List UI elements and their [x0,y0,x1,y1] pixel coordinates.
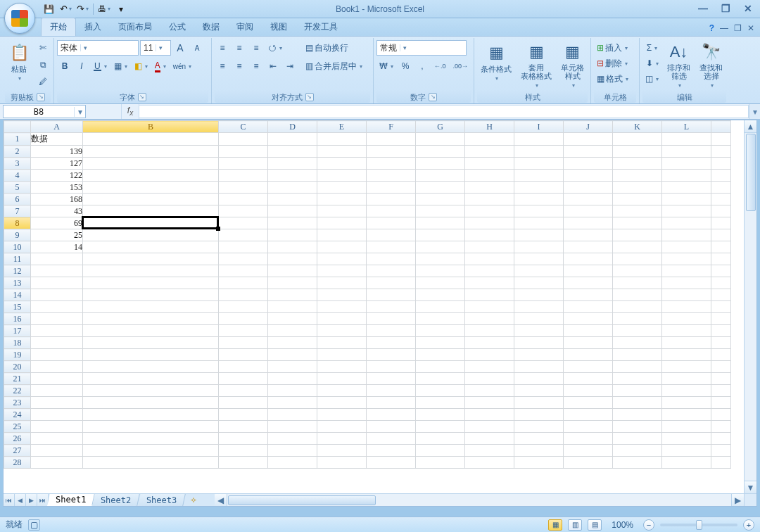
cell-E6[interactable] [317,194,367,205]
cell-H25[interactable] [465,421,514,433]
cell-D21[interactable] [268,373,317,385]
cell-I21[interactable] [514,373,564,385]
cell-D11[interactable] [268,253,317,265]
cell-K25[interactable] [613,421,662,433]
cell-G5[interactable] [416,182,465,194]
cell-A10[interactable]: 14 [31,241,83,253]
cell-D7[interactable] [268,205,317,217]
name-box-dropdown[interactable]: ▾ [74,107,85,117]
phonetic-button[interactable]: wén [170,58,194,74]
cell-J10[interactable] [564,241,613,253]
cell-E24[interactable] [317,409,367,421]
cell-D1[interactable] [268,133,317,146]
comma-style-button[interactable]: , [414,58,430,74]
cell-I28[interactable] [514,457,564,469]
sheet-nav-next[interactable]: ▶ [26,494,37,506]
cell-L2[interactable] [662,146,711,158]
cell-D3[interactable] [268,158,317,170]
cell-F19[interactable] [367,349,416,361]
cell-A5[interactable]: 153 [31,182,83,194]
row-header-21[interactable]: 21 [4,373,31,385]
cell-B17[interactable] [83,325,219,337]
cell-C5[interactable] [219,182,268,194]
decrease-decimal-button[interactable]: .00→ [450,58,471,74]
col-header-E[interactable]: E [317,121,367,133]
cell-C14[interactable] [219,289,268,301]
border-button[interactable]: ▦ [111,58,130,74]
cell-D8[interactable] [268,217,317,229]
cell-C19[interactable] [219,349,268,361]
cell-F3[interactable] [367,158,416,170]
sort-filter-button[interactable]: A↓排序和 筛选 [664,40,694,91]
cell-D25[interactable] [268,421,317,433]
cell-A16[interactable] [31,313,83,325]
zoom-in-button[interactable]: + [743,519,754,531]
cell-E11[interactable] [317,253,367,265]
cell-L1[interactable] [662,133,711,146]
cell-D14[interactable] [268,289,317,301]
col-header-L[interactable]: L [662,121,711,133]
cell-C26[interactable] [219,433,268,445]
view-page-layout-button[interactable]: ▥ [568,519,582,531]
cell-H23[interactable] [465,397,514,409]
cell-G26[interactable] [416,433,465,445]
cell-I2[interactable] [514,146,564,158]
vertical-scrollbar[interactable]: ▲ ▼ [744,120,756,493]
worksheet-grid[interactable]: ABCDEFGHIJKL1数据2139312741225153616874386… [4,120,731,469]
shrink-font-button[interactable]: A [189,40,205,56]
cell-L19[interactable] [662,349,711,361]
cell-A23[interactable] [31,397,83,409]
cell-D19[interactable] [268,349,317,361]
row-header-19[interactable]: 19 [4,349,31,361]
row-header-18[interactable]: 18 [4,337,31,349]
cell-J21[interactable] [564,373,613,385]
conditional-formatting-button[interactable]: ▦条件格式 [477,40,515,91]
row-header-12[interactable]: 12 [4,265,31,277]
cell-K17[interactable] [613,325,662,337]
row-header-17[interactable]: 17 [4,325,31,337]
cell-J15[interactable] [564,301,613,313]
cell-C17[interactable] [219,325,268,337]
cell-E25[interactable] [317,421,367,433]
col-header-K[interactable]: K [613,121,662,133]
cell-D27[interactable] [268,445,317,457]
cell-B12[interactable] [83,265,219,277]
cell-G7[interactable] [416,205,465,217]
cell-D18[interactable] [268,337,317,349]
cell-E19[interactable] [317,349,367,361]
cell-I4[interactable] [514,170,564,182]
cell-K3[interactable] [613,158,662,170]
insert-function-button[interactable]: fx [121,104,139,119]
cell-L16[interactable] [662,313,711,325]
cell-A9[interactable]: 25 [31,229,83,241]
cell-G8[interactable] [416,217,465,229]
office-button[interactable] [4,3,35,34]
cell-K19[interactable] [613,349,662,361]
row-header-2[interactable]: 2 [4,146,31,158]
new-sheet-button[interactable]: ✧ [184,494,203,506]
zoom-out-button[interactable]: − [643,519,654,531]
cell-H7[interactable] [465,205,514,217]
cell-K4[interactable] [613,170,662,182]
cell-D2[interactable] [268,146,317,158]
qat-undo[interactable]: ↶ [58,1,73,17]
cell-D10[interactable] [268,241,317,253]
select-all-cell[interactable] [4,121,31,133]
copy-button[interactable]: ⧉ [35,57,51,72]
cell-E18[interactable] [317,337,367,349]
cell-I6[interactable] [514,194,564,205]
cell-C13[interactable] [219,277,268,289]
cell-H16[interactable] [465,313,514,325]
cell-D28[interactable] [268,457,317,469]
row-header-20[interactable]: 20 [4,361,31,373]
cell-G9[interactable] [416,229,465,241]
tab-home[interactable]: 开始 [41,18,76,36]
cell-F4[interactable] [367,170,416,182]
cell-K11[interactable] [613,253,662,265]
cell-J25[interactable] [564,421,613,433]
cell-H19[interactable] [465,349,514,361]
view-normal-button[interactable]: ▦ [548,519,562,531]
cell-K10[interactable] [613,241,662,253]
cell-I5[interactable] [514,182,564,194]
cell-G10[interactable] [416,241,465,253]
